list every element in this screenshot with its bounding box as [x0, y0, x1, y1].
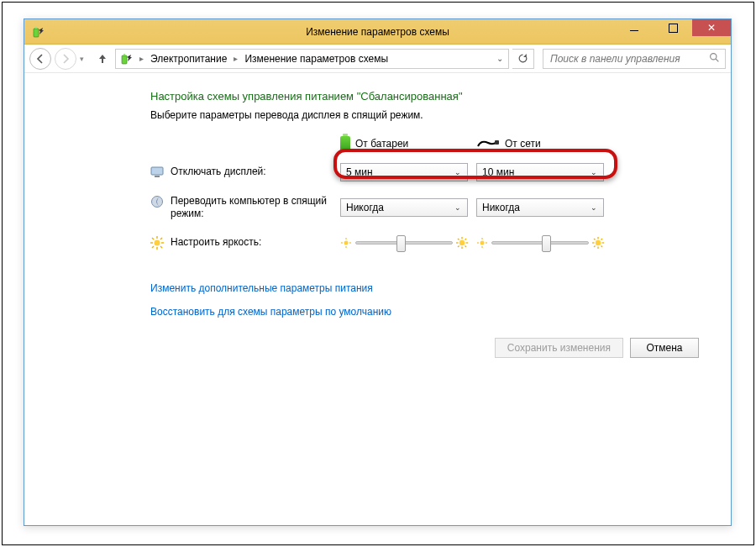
monitor-icon: [150, 166, 164, 179]
svg-point-38: [596, 240, 601, 245]
svg-line-31: [465, 239, 467, 240]
svg-rect-6: [495, 140, 499, 145]
svg-rect-7: [151, 167, 163, 175]
svg-point-4: [711, 53, 717, 59]
svg-line-43: [594, 239, 596, 240]
svg-line-32: [458, 246, 459, 248]
forward-button[interactable]: [55, 48, 76, 70]
svg-line-30: [465, 246, 467, 248]
label-display: Отключать дисплей:: [171, 166, 266, 177]
plug-icon: [476, 138, 500, 150]
svg-point-9: [152, 197, 163, 208]
content-area: Настройка схемы управления питанием "Сба…: [24, 73, 731, 525]
combo-value: 5 мин: [346, 166, 373, 178]
setting-row-brightness: Настроить яркость:: [150, 232, 702, 254]
save-button[interactable]: Сохранить изменения: [495, 338, 623, 358]
svg-line-46: [594, 246, 596, 248]
history-dropdown[interactable]: ▾: [80, 55, 90, 63]
chevron-right-icon: ▸: [232, 54, 239, 63]
setting-row-sleep: Переводить компьютер в спящий режим: Ник…: [150, 195, 702, 220]
svg-rect-0: [34, 29, 39, 37]
button-row: Сохранить изменения Отмена: [150, 338, 702, 358]
sun-small-icon: [476, 237, 488, 249]
slider-track[interactable]: [491, 241, 589, 245]
maximize-button[interactable]: [654, 19, 692, 36]
battery-icon: [340, 136, 350, 151]
navbar: ▾ ▸ Электропитание ▸ Изменение параметро…: [24, 45, 731, 73]
column-label-battery: От батареи: [355, 138, 408, 150]
svg-point-19: [344, 241, 349, 245]
combo-sleep-ac[interactable]: Никогда ⌄: [476, 198, 604, 217]
chevron-right-icon: ▸: [138, 54, 145, 63]
sun-large-icon: [456, 237, 468, 249]
svg-point-10: [155, 240, 160, 246]
page-subheading: Выберите параметры перевода дисплея в сп…: [150, 109, 702, 121]
window: Изменение параметров схемы ▾: [24, 18, 732, 526]
combo-display-ac[interactable]: 10 мин ⌄: [476, 163, 604, 181]
breadcrumb-item-2[interactable]: Изменение параметров схемы: [244, 53, 388, 65]
window-buttons: [615, 19, 731, 36]
refresh-button[interactable]: [512, 49, 534, 69]
up-button[interactable]: [93, 49, 112, 69]
minimize-button[interactable]: [615, 19, 654, 36]
slider-brightness-battery[interactable]: [340, 237, 468, 249]
combo-value: Никогда: [346, 202, 384, 213]
svg-line-44: [601, 246, 603, 248]
svg-line-15: [152, 238, 154, 239]
svg-point-33: [480, 241, 485, 245]
sun-small-icon: [340, 237, 352, 249]
breadcrumb[interactable]: ▸ Электропитание ▸ Изменение параметров …: [115, 49, 509, 69]
slider-brightness-ac[interactable]: [476, 237, 604, 249]
chevron-down-icon: ⌄: [587, 165, 600, 180]
svg-line-17: [160, 238, 162, 239]
chevron-down-icon: ⌄: [587, 200, 600, 215]
column-headers: От батареи От сети: [340, 136, 702, 151]
svg-rect-1: [35, 27, 37, 29]
setting-row-display: Отключать дисплей: 5 мин ⌄ 10 мин ⌄: [150, 161, 702, 183]
link-advanced-settings[interactable]: Изменить дополнительные параметры питани…: [150, 282, 702, 294]
slider-thumb[interactable]: [396, 235, 406, 252]
page-heading: Настройка схемы управления питанием "Сба…: [150, 90, 702, 103]
chevron-down-icon: ⌄: [451, 165, 464, 180]
search-box[interactable]: [543, 49, 726, 69]
svg-line-5: [716, 59, 718, 61]
sun-icon: [150, 236, 164, 250]
column-header-battery: От батареи: [340, 136, 468, 151]
column-label-ac: От сети: [505, 138, 541, 150]
combo-value: 10 мин: [482, 166, 514, 178]
label-brightness: Настроить яркость:: [171, 236, 261, 248]
breadcrumb-icon: [119, 52, 133, 66]
svg-point-24: [459, 240, 465, 245]
close-button[interactable]: [692, 19, 731, 36]
svg-rect-3: [123, 54, 125, 55]
sun-large-icon: [592, 237, 604, 249]
links-area: Изменить дополнительные параметры питани…: [150, 282, 702, 318]
back-button[interactable]: [29, 48, 51, 70]
svg-line-18: [152, 246, 154, 248]
search-icon: [709, 52, 720, 66]
svg-line-29: [458, 239, 459, 240]
chevron-down-icon: ⌄: [451, 200, 464, 215]
combo-sleep-battery[interactable]: Никогда ⌄: [340, 198, 468, 217]
breadcrumb-item-1[interactable]: Электропитание: [150, 53, 227, 65]
slider-thumb[interactable]: [542, 235, 551, 252]
svg-rect-2: [122, 55, 127, 64]
link-restore-defaults[interactable]: Восстановить для схемы параметры по умол…: [150, 306, 702, 318]
app-icon: [31, 25, 45, 39]
moon-icon: [150, 195, 164, 208]
combo-value: Никогда: [482, 202, 520, 213]
label-sleep: Переводить компьютер в спящий режим:: [171, 195, 332, 220]
combo-display-battery[interactable]: 5 мин ⌄: [340, 163, 468, 181]
cancel-button[interactable]: Отмена: [630, 338, 699, 358]
svg-rect-8: [155, 176, 160, 177]
breadcrumb-dropdown[interactable]: ⌄: [496, 54, 505, 63]
search-input[interactable]: [549, 52, 706, 66]
column-header-ac: От сети: [476, 136, 604, 151]
titlebar: Изменение параметров схемы: [24, 19, 731, 45]
svg-line-45: [601, 239, 603, 240]
slider-track[interactable]: [355, 241, 453, 245]
svg-line-16: [160, 246, 162, 248]
